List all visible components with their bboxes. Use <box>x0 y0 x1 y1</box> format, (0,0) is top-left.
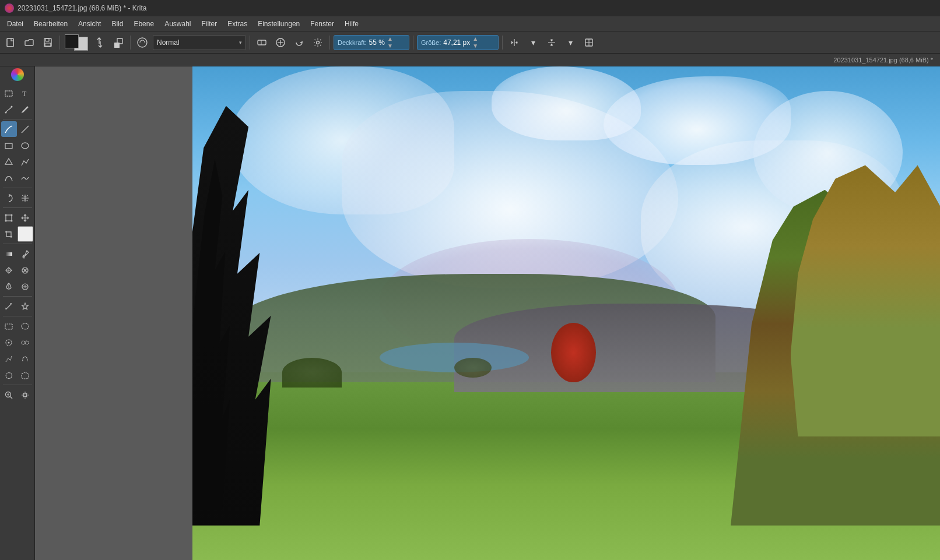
eraser-button[interactable] <box>254 34 270 51</box>
brush-settings-button[interactable] <box>310 34 326 51</box>
menu-item-ansicht[interactable]: Ansicht <box>73 18 106 30</box>
tool-transform[interactable] <box>1 210 17 226</box>
svg-line-51 <box>10 396 13 399</box>
tool-divider-7 <box>3 385 32 385</box>
blend-mode-dropdown[interactable]: Normal ▾ <box>153 35 246 50</box>
tool-move[interactable] <box>17 210 33 226</box>
new-button[interactable] <box>2 34 19 51</box>
tool-rectangle[interactable] <box>1 138 17 153</box>
opacity-control[interactable]: Deckkraft: 55 % ▲ ▼ <box>334 35 409 50</box>
main-layout: T <box>0 66 940 560</box>
tool-line[interactable] <box>17 121 33 137</box>
tool-row-14 <box>1 318 34 334</box>
tool-bezier[interactable] <box>1 170 17 186</box>
menu-item-hilfe[interactable]: Hilfe <box>340 18 363 30</box>
menu-item-einstellungen[interactable]: Einstellungen <box>253 18 304 30</box>
mirror-v-button[interactable] <box>543 34 560 51</box>
svg-point-30 <box>11 220 13 221</box>
tool-select-similar[interactable] <box>17 334 33 350</box>
svg-point-54 <box>24 393 27 396</box>
reset-colors-button[interactable] <box>110 34 127 51</box>
tool-row-4 <box>1 138 34 153</box>
svg-rect-21 <box>5 143 12 149</box>
tool-row-17 <box>1 367 34 383</box>
menu-item-auswahl[interactable]: Auswahl <box>160 18 195 30</box>
menu-item-bearbeiten[interactable]: Bearbeiten <box>29 18 72 30</box>
tool-dynamic-brush[interactable] <box>1 190 17 206</box>
reload-preset-button[interactable] <box>291 34 307 51</box>
size-stepper[interactable]: ▲ ▼ <box>472 36 478 49</box>
wrap-button[interactable] <box>581 34 597 51</box>
tool-fill[interactable] <box>1 279 17 294</box>
mirror-v-dropdown[interactable]: ▾ <box>562 34 578 51</box>
mirror-h-button[interactable] <box>506 34 522 51</box>
window-title: 20231031_154721.jpg (68,6 MiB) * - Krita <box>17 4 146 12</box>
tool-pan[interactable] <box>17 387 33 403</box>
tool-row-12 <box>1 279 34 294</box>
tool-crop[interactable] <box>1 226 17 242</box>
tool-row-5 <box>1 154 34 170</box>
menu-item-bild[interactable]: Bild <box>107 18 128 30</box>
tool-reference[interactable] <box>17 298 33 314</box>
tool-row-3 <box>1 121 34 137</box>
tool-select-freehand[interactable] <box>1 367 17 383</box>
tool-zoom[interactable] <box>1 387 17 403</box>
opacity-label: Deckkraft: <box>338 39 367 46</box>
switch-colors-button[interactable] <box>92 34 108 51</box>
tool-path-edit[interactable] <box>1 101 17 117</box>
bush-center <box>454 358 492 378</box>
tool-select-contiguous2[interactable] <box>17 367 33 383</box>
opacity-value: 55 % <box>369 38 385 47</box>
menu-item-datei[interactable]: Datei <box>2 18 28 30</box>
tool-freehand[interactable] <box>17 170 33 186</box>
tool-multi-brush[interactable] <box>17 190 33 206</box>
brush-preset-button[interactable] <box>134 34 150 51</box>
menu-item-filter[interactable]: Filter <box>197 18 222 30</box>
tool-select-rect[interactable] <box>1 85 17 101</box>
svg-point-29 <box>5 220 7 221</box>
tool-select-contiguous[interactable] <box>1 334 17 350</box>
tool-polygon[interactable] <box>1 154 17 170</box>
tool-calligraphy[interactable] <box>17 101 33 117</box>
separator-2 <box>130 36 131 50</box>
save-button[interactable] <box>40 34 56 51</box>
tool-row-10 <box>1 246 34 262</box>
separator-6 <box>502 36 503 50</box>
foreground-color[interactable] <box>65 34 79 48</box>
tool-select-ellipse[interactable] <box>17 318 33 334</box>
tool-eyedropper[interactable] <box>17 246 33 262</box>
svg-point-12 <box>317 41 320 44</box>
canvas-area[interactable] <box>35 66 940 560</box>
opacity-stepper[interactable]: ▲ ▼ <box>387 36 393 49</box>
color-swatches[interactable] <box>64 33 89 52</box>
tool-colorize-mask[interactable] <box>17 262 33 278</box>
tool-select-rect2[interactable] <box>1 318 17 334</box>
size-label: Größe: <box>421 39 441 46</box>
tool-divider-2 <box>3 188 32 188</box>
svg-point-48 <box>22 341 25 344</box>
tool-polyline[interactable] <box>17 154 33 170</box>
titlebar: 20231031_154721.jpg (68,6 MiB) * - Krita <box>0 0 940 16</box>
svg-point-18 <box>5 111 7 113</box>
tool-smart-patch[interactable] <box>1 262 17 278</box>
tool-enclose-fill[interactable] <box>17 279 33 294</box>
tool-gradient[interactable] <box>1 246 17 262</box>
size-control[interactable]: Größe: 47,21 px ▲ ▼ <box>417 35 499 50</box>
tool-select-path[interactable] <box>1 351 17 367</box>
menu-item-fenster[interactable]: Fenster <box>306 18 339 30</box>
svg-rect-31 <box>5 252 12 256</box>
tool-empty <box>17 226 33 242</box>
tool-measure[interactable] <box>1 298 17 314</box>
tool-row-15 <box>1 334 34 350</box>
tool-text[interactable]: T <box>17 85 33 101</box>
canvas-empty-left <box>35 66 192 560</box>
erase-toggle-button[interactable] <box>272 34 289 51</box>
mirror-h-dropdown[interactable]: ▾ <box>525 34 541 51</box>
menu-item-extras[interactable]: Extras <box>223 18 252 30</box>
tool-row-9 <box>1 226 34 242</box>
open-button[interactable] <box>21 34 37 51</box>
tool-ellipse[interactable] <box>17 138 33 153</box>
tool-freehand-brush[interactable] <box>1 121 17 137</box>
tool-select-magnetic[interactable] <box>17 351 33 367</box>
menu-item-ebene[interactable]: Ebene <box>129 18 159 30</box>
